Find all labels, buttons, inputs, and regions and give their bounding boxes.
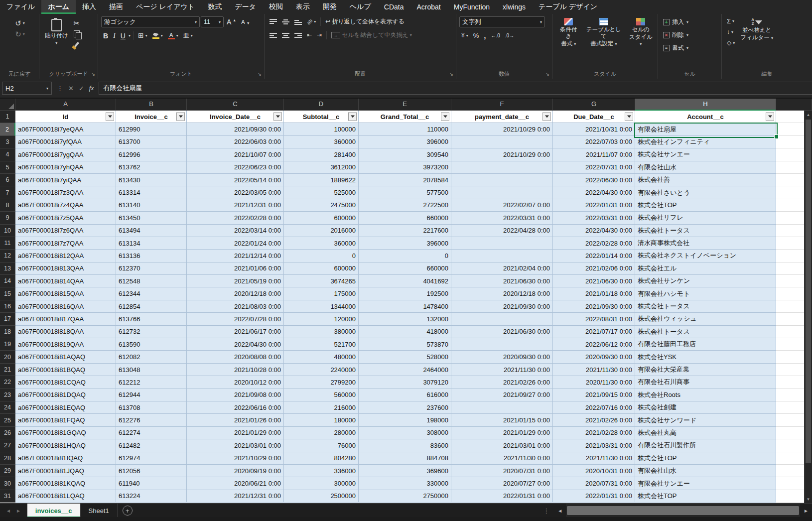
cell[interactable]: 2021/01/18 0:00: [553, 287, 635, 300]
row-header-30[interactable]: 30: [0, 477, 15, 490]
cell[interactable]: 2020/07/27 0:00: [451, 477, 553, 490]
sheet-nav-right-icon[interactable]: ►: [16, 508, 21, 514]
filter-dropdown-button[interactable]: [273, 113, 282, 121]
cell[interactable]: 612212: [116, 376, 187, 389]
row-header-26[interactable]: 26: [0, 427, 15, 439]
tabbar-splitter[interactable]: ⋮: [543, 507, 550, 515]
cell[interactable]: 2020/10/12 0:00: [187, 376, 284, 389]
cell[interactable]: a067F000018i7yiQAA: [15, 174, 116, 186]
cell[interactable]: 360000: [284, 136, 359, 148]
cell[interactable]: 613224: [116, 490, 187, 503]
cell[interactable]: [451, 186, 553, 199]
cell[interactable]: 216000: [284, 401, 359, 414]
cell[interactable]: 613766: [116, 313, 187, 325]
row-header-18[interactable]: 18: [0, 326, 15, 338]
cell[interactable]: a067F000018i817QAA: [15, 313, 116, 325]
cell[interactable]: 株式会社Roots: [635, 389, 776, 401]
cell[interactable]: 2020/08/08 0:00: [187, 351, 284, 363]
cell[interactable]: 613700: [116, 136, 187, 148]
cell[interactable]: a067F000018i7yhQAA: [15, 161, 116, 174]
cell[interactable]: 2022/07/31 0:00: [553, 161, 635, 174]
cell[interactable]: 613140: [116, 199, 187, 212]
cell[interactable]: 株式会社TOP: [635, 490, 776, 503]
cell[interactable]: 株式会社YSK: [635, 351, 776, 363]
cell[interactable]: 2021/09/15 0:00: [553, 389, 635, 401]
cell[interactable]: 308000: [359, 427, 451, 439]
ribbon-tab-校閲[interactable]: 校閲: [263, 0, 289, 14]
empty-cell[interactable]: [776, 174, 804, 186]
cell[interactable]: a067F000018i818QAA: [15, 326, 116, 338]
cell[interactable]: 2022/06/23 0:00: [187, 161, 284, 174]
cell[interactable]: 有限会社大栄産業: [635, 364, 776, 376]
empty-cell[interactable]: [776, 212, 804, 224]
cell[interactable]: 2475000: [284, 199, 359, 212]
horizontal-scrollbar[interactable]: [566, 504, 800, 518]
cell[interactable]: 2022/08/31 0:00: [553, 313, 635, 325]
cell[interactable]: a067F000018i7z4QAA: [15, 199, 116, 212]
cell[interactable]: 577500: [359, 186, 451, 199]
cell[interactable]: 525000: [284, 186, 359, 199]
cell[interactable]: 369600: [359, 465, 451, 477]
cell[interactable]: 株式会社トータス: [635, 326, 776, 338]
cell[interactable]: 2021/01/29 0:00: [187, 427, 284, 439]
cell[interactable]: 株式会社丸高: [635, 427, 776, 439]
cell[interactable]: 600000: [284, 262, 359, 275]
align-left-button[interactable]: [268, 31, 279, 39]
cell[interactable]: 2021/07/17 0:00: [553, 326, 635, 338]
format-painter-button[interactable]: [72, 40, 83, 48]
cell[interactable]: 2016000: [284, 225, 359, 237]
row-header-24[interactable]: 24: [0, 401, 15, 414]
cell[interactable]: 2022/01/31 0:00: [553, 490, 635, 503]
underline-button[interactable]: U: [119, 31, 128, 41]
cell[interactable]: 有限会社ハシモト: [635, 287, 776, 300]
cell[interactable]: 2022/07/03 0:00: [553, 136, 635, 148]
cell[interactable]: 株式会社創建: [635, 401, 776, 414]
cell[interactable]: 2722500: [359, 199, 451, 212]
cell[interactable]: 株式会社トータス: [635, 225, 776, 237]
fill-button[interactable]: ↓▾: [725, 27, 737, 37]
horizontal-scroll-thumb[interactable]: [567, 506, 799, 515]
insert-cells-button[interactable]: +挿入▾: [661, 16, 719, 28]
empty-cell[interactable]: [776, 186, 804, 199]
row-header-27[interactable]: 27: [0, 439, 15, 452]
cell[interactable]: 2021/06/17 0:00: [187, 326, 284, 338]
cell[interactable]: 2021/03/01 0:00: [187, 439, 284, 452]
cell[interactable]: [451, 174, 553, 186]
cell[interactable]: a067F000018i7z5QAA: [15, 212, 116, 224]
cell[interactable]: 309540: [359, 148, 451, 161]
cell[interactable]: a067F000018i812QAA: [15, 250, 116, 262]
cell[interactable]: 2021/06/30 0:00: [451, 326, 553, 338]
fill-color-button[interactable]: ▾: [150, 32, 165, 40]
empty-cell[interactable]: [776, 490, 804, 503]
cell[interactable]: a067F000018i7z3QAA: [15, 186, 116, 199]
cell[interactable]: 660000: [359, 212, 451, 224]
cell[interactable]: 2022/06/16 0:00: [187, 401, 284, 414]
cell[interactable]: 612944: [116, 389, 187, 401]
cell[interactable]: 573870: [359, 338, 451, 351]
cell[interactable]: 2799200: [284, 376, 359, 389]
cell[interactable]: 198000: [359, 414, 451, 426]
cell[interactable]: 2217600: [359, 225, 451, 237]
wrap-text-button[interactable]: ↩折り返して全体を表示する: [323, 16, 406, 27]
row-header-16[interactable]: 16: [0, 300, 15, 313]
cell[interactable]: 株式会社TOP: [635, 199, 776, 212]
cell[interactable]: 237600: [359, 401, 451, 414]
formula-input[interactable]: 有限会社扇屋: [99, 82, 812, 95]
empty-cell[interactable]: [776, 401, 804, 414]
number-format-combo[interactable]: 文字列▾: [459, 16, 545, 27]
row-header-13[interactable]: 13: [0, 262, 15, 275]
cell[interactable]: 4041692: [359, 275, 451, 287]
column-header-C[interactable]: C: [187, 98, 284, 111]
increase-indent-button[interactable]: ⇥: [315, 30, 324, 40]
cell[interactable]: 株式会社インフィニティ: [635, 136, 776, 148]
cell[interactable]: 2021/10/29 0:00: [451, 123, 553, 135]
align-center-button[interactable]: [280, 31, 291, 39]
cell[interactable]: 株式会社サンケン: [635, 275, 776, 287]
empty-cell[interactable]: [776, 275, 804, 287]
cell[interactable]: 2021/09/08 0:00: [187, 389, 284, 401]
ribbon-tab-表示[interactable]: 表示: [289, 0, 316, 14]
scroll-down-icon[interactable]: ▼: [805, 495, 812, 503]
cell[interactable]: 180000: [284, 414, 359, 426]
cell[interactable]: 2022/01/14 0:00: [553, 250, 635, 262]
cell[interactable]: 600000: [284, 212, 359, 224]
